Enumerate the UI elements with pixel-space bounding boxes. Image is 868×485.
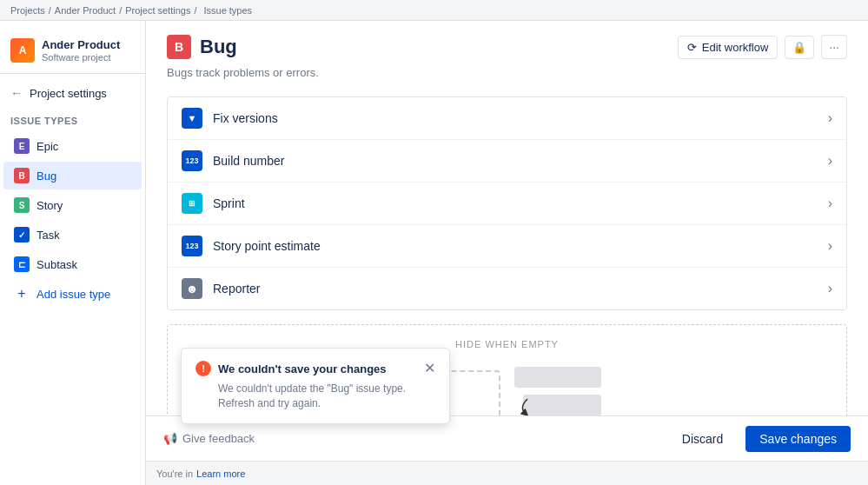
sidebar-section-title: Issue types [0,112,145,131]
sprint-label: Sprint [213,196,828,210]
page-bug-icon: B [167,35,191,59]
save-changes-button[interactable]: Save changes [745,426,851,452]
workflow-icon: ⟳ [687,41,697,54]
field-row-reporter[interactable]: ☻ Reporter › [168,268,846,309]
lock-button[interactable]: 🔒 [785,36,814,59]
page-description: Bugs track problems or errors. [167,66,847,79]
sprint-icon: ⊞ [182,193,202,214]
sidebar-item-epic-label: Epic [36,140,58,153]
sidebar-item-subtask-label: Subtask [36,258,77,271]
edit-workflow-label: Edit workflow [702,41,769,54]
discard-button[interactable]: Discard [668,426,737,452]
fix-versions-label: Fix versions [213,111,828,125]
toast-notification: ! We couldn't save your changes ✕ We cou… [181,348,450,424]
back-arrow-icon: ← [10,86,23,100]
project-type: Software project [42,52,120,63]
learn-more-link[interactable]: Learn more [196,468,245,479]
page-header: B Bug ⟳ Edit workflow 🔒 ··· [167,35,847,59]
status-text: You're in [156,468,193,479]
sidebar-item-task[interactable]: ✓ Task [3,221,142,249]
placeholder-block-1 [514,367,601,388]
task-icon: ✓ [14,227,30,242]
toast-title: We couldn't save your changes [218,362,387,375]
field-row-sprint[interactable]: ⊞ Sprint › [168,183,846,225]
sidebar: A Ander Product Software project ← Proje… [0,21,146,485]
sidebar-item-bug-label: Bug [36,169,56,183]
header-actions: ⟳ Edit workflow 🔒 ··· [678,35,847,59]
reporter-label: Reporter [213,282,828,296]
edit-workflow-button[interactable]: ⟳ Edit workflow [678,36,779,59]
fix-versions-icon: ▼ [182,108,202,129]
megaphone-icon: 📢 [163,432,177,445]
field-row-fix-versions[interactable]: ▼ Fix versions › [168,97,846,140]
story-point-icon: 123 [182,236,202,256]
toast-close-button[interactable]: ✕ [424,362,435,375]
field-row-build-number[interactable]: 123 Build number › [168,140,846,183]
sidebar-item-epic[interactable]: E Epic [3,132,142,160]
breadcrumb-project-settings[interactable]: Project settings [125,5,190,16]
sidebar-item-story[interactable]: S Story [3,191,142,219]
field-row-story-point-estimate[interactable]: 123 Story point estimate › [168,225,846,268]
add-issue-type-button[interactable]: + Add issue type [3,280,142,308]
page-title: Bug [200,36,237,58]
sidebar-item-bug[interactable]: B Bug [3,162,142,189]
build-number-chevron-icon: › [828,153,832,169]
story-point-chevron-icon: › [828,238,832,254]
more-icon: ··· [829,40,839,54]
breadcrumb: Projects / Ander Product / Project setti… [0,0,868,21]
field-list: ▼ Fix versions › 123 Build number › ⊞ Sp… [167,96,847,310]
epic-icon: E [14,138,30,154]
bottom-status-bar: You're in Learn more [146,461,868,485]
project-name: Ander Product [42,38,120,52]
add-issue-type-label: Add issue type [36,288,110,301]
build-number-label: Build number [213,154,828,168]
feedback-label: Give feedback [182,432,255,445]
toast-body: We couldn't update the "Bug" issue type.… [195,382,435,411]
sidebar-item-subtask[interactable]: ⊏ Subtask [3,250,142,278]
build-number-icon: 123 [182,150,202,171]
reporter-icon: ☻ [182,278,202,299]
give-feedback-button[interactable]: 📢 Give feedback [163,432,255,445]
sidebar-settings-label: Project settings [30,87,107,100]
drag-cursor-icon [510,395,545,415]
sidebar-item-task-label: Task [36,229,60,242]
fix-versions-chevron-icon: › [828,110,832,126]
bug-icon: B [14,168,30,183]
breadcrumb-issue-types: Issue types [203,5,252,16]
sidebar-project-settings-link[interactable]: ← Project settings [0,81,145,105]
sidebar-project: A Ander Product Software project [0,31,145,74]
story-point-label: Story point estimate [213,239,828,253]
story-icon: S [14,197,30,213]
sprint-chevron-icon: › [828,196,832,211]
subtask-icon: ⊏ [14,256,30,272]
project-avatar: A [10,38,35,63]
add-plus-icon: + [14,286,30,302]
toast-error-icon: ! [195,361,211,376]
more-options-button[interactable]: ··· [821,35,847,59]
breadcrumb-ander-product[interactable]: Ander Product [55,5,116,16]
breadcrumb-projects[interactable]: Projects [10,5,45,16]
reporter-chevron-icon: › [828,281,832,296]
sidebar-item-story-label: Story [36,199,63,212]
lock-icon: 🔒 [792,41,806,54]
